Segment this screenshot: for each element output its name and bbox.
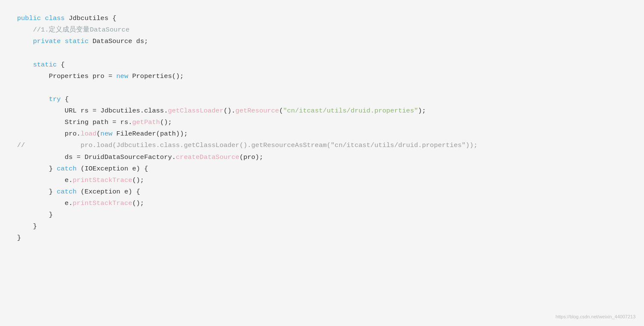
method-call: getResource <box>236 107 279 115</box>
method-call: getPath <box>132 118 160 126</box>
code-line: Properties pro = new Properties(); <box>17 71 627 82</box>
code-line: public class Jdbcutiles { <box>17 13 627 24</box>
keyword: catch <box>57 165 77 173</box>
commented-line: // pro.load(Jdbcutiles.class.getClassLoa… <box>17 141 478 149</box>
method-call: load <box>81 130 96 138</box>
code-line: e.printStackTrace(); <box>17 175 627 186</box>
code-line: //1.定义成员变量DataSource <box>17 24 627 36</box>
code-line: } <box>17 221 627 232</box>
code-line: // pro.load(Jdbcutiles.class.getClassLoa… <box>17 140 627 151</box>
keyword: static <box>65 38 89 45</box>
keyword: class <box>45 14 65 22</box>
code-line: private static DataSource ds; <box>17 36 627 47</box>
code-line: } catch (Exception e) { <box>17 186 627 198</box>
code-line: } <box>17 209 627 221</box>
keyword: new <box>100 130 112 138</box>
code-line: try { <box>17 94 627 105</box>
watermark: https://blog.csdn.net/weixin_44007213 <box>556 313 635 321</box>
keyword: try <box>49 95 61 103</box>
code-line <box>17 82 627 94</box>
method-call: createDataSource <box>176 153 239 161</box>
method-call: getClassLoader <box>168 107 223 115</box>
code-line: } catch (IOException e) { <box>17 163 627 175</box>
code-line: e.printStackTrace(); <box>17 198 627 209</box>
string-literal: "cn/itcast/utils/druid.properties" <box>283 107 418 115</box>
code-line: pro.load(new FileReader(path)); <box>17 128 627 140</box>
comment: //1.定义成员变量DataSource <box>17 26 129 34</box>
method-call: printStackTrace <box>73 176 132 184</box>
code-line <box>17 47 627 59</box>
code-line: } <box>17 232 627 244</box>
code-line: URL rs = Jdbcutiles.class.getClassLoader… <box>17 105 627 117</box>
method-call: printStackTrace <box>73 199 132 207</box>
keyword: public <box>17 14 41 22</box>
keyword: catch <box>57 188 77 196</box>
keyword: new <box>117 72 128 80</box>
code-line: ds = DruidDataSourceFactory.createDataSo… <box>17 152 627 163</box>
code-line: static { <box>17 59 627 71</box>
code-container: public class Jdbcutiles { //1.定义成员变量Data… <box>0 0 644 326</box>
code-line: String path = rs.getPath(); <box>17 117 627 128</box>
keyword: static <box>33 61 57 69</box>
keyword: private <box>33 38 61 45</box>
